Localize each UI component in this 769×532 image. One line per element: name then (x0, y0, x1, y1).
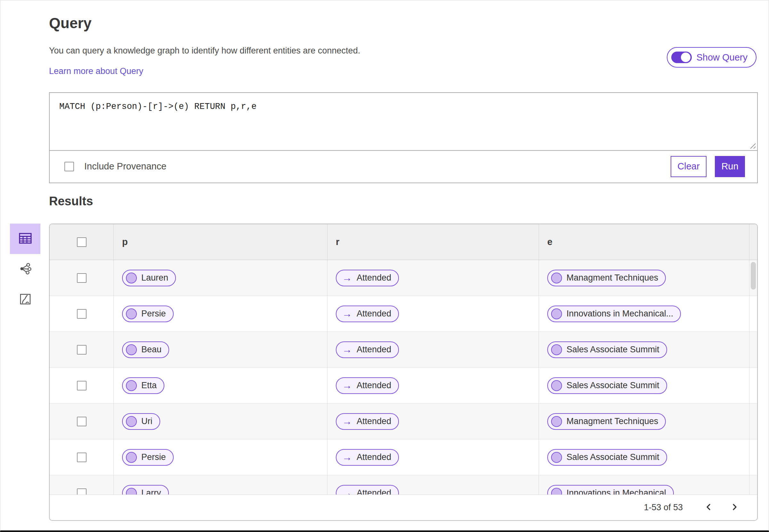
share-network-icon (19, 262, 32, 276)
query-input[interactable]: MATCH (p:Person)-[r]->(e) RETURN p,r,e (50, 93, 757, 150)
learn-more-link[interactable]: Learn more about Query (49, 66, 143, 76)
relation-pill[interactable]: →Attended (336, 449, 399, 466)
table-body: Lauren →Attended Managment Techniques Pe… (50, 260, 757, 511)
pill-label: Beau (141, 345, 161, 355)
table-row: Uri →Attended Managment Techniques (50, 404, 757, 439)
node-pill[interactable]: Sales Associate Summit (547, 377, 667, 394)
previous-page-button[interactable] (701, 500, 716, 515)
node-pill[interactable]: Persie (122, 449, 174, 466)
cell-r: →Attended (327, 404, 539, 439)
column-label: r (336, 237, 339, 247)
node-pill[interactable]: Sales Associate Summit (547, 341, 667, 358)
page-description: You can query a knowledge graph to ident… (49, 46, 360, 56)
node-icon (551, 308, 562, 319)
results-table: p r e Lauren →Attended Managment Techniq… (49, 224, 758, 521)
header-scroll-gutter (749, 224, 758, 260)
node-pill[interactable]: Sales Associate Summit (547, 449, 667, 466)
row-checkbox[interactable] (77, 309, 86, 319)
chart-view-button[interactable] (10, 284, 40, 315)
row-select-cell (50, 439, 113, 475)
pill-label: Attended (356, 309, 391, 319)
network-view-button[interactable] (10, 254, 40, 284)
relation-pill[interactable]: →Attended (336, 306, 399, 322)
cell-r: →Attended (327, 368, 539, 403)
page-title: Query (49, 14, 92, 32)
row-select-cell (50, 404, 113, 439)
cell-e: Sales Associate Summit (539, 368, 749, 403)
cell-p: Lauren (113, 260, 327, 296)
row-checkbox[interactable] (77, 273, 86, 283)
node-icon (126, 416, 137, 427)
row-scroll-gutter (749, 439, 758, 475)
row-checkbox[interactable] (77, 381, 86, 390)
arrow-right-icon: → (342, 273, 352, 283)
results-title: Results (49, 194, 93, 208)
relation-pill[interactable]: →Attended (336, 377, 399, 394)
table-view-button[interactable] (10, 224, 40, 254)
toggle-knob (681, 53, 691, 62)
query-page: Query You can query a knowledge graph to… (0, 0, 769, 532)
cell-r: →Attended (327, 296, 539, 331)
node-pill[interactable]: Uri (122, 413, 160, 430)
pagination-bar: 1-53 of 53 (50, 495, 757, 520)
row-checkbox[interactable] (77, 453, 86, 462)
include-provenance-checkbox[interactable] (64, 162, 74, 171)
arrow-right-icon: → (342, 345, 352, 355)
node-pill[interactable]: Etta (122, 377, 164, 394)
row-scroll-gutter (749, 296, 758, 331)
table-row: Persie →Attended Sales Associate Summit (50, 439, 757, 475)
table-row: Beau →Attended Sales Associate Summit (50, 332, 757, 368)
column-label: p (122, 237, 128, 247)
cell-e: Managment Techniques (539, 260, 749, 296)
node-icon (551, 452, 562, 463)
row-select-cell (50, 260, 113, 296)
table-header-row: p r e (50, 224, 757, 260)
pill-label: Uri (141, 416, 152, 426)
node-pill[interactable]: Managment Techniques (547, 413, 666, 430)
next-page-button[interactable] (727, 500, 742, 515)
relation-pill[interactable]: →Attended (336, 341, 399, 358)
pill-label: Innovations in Mechanical... (567, 309, 673, 319)
header-cell-r: r (327, 224, 539, 260)
clear-button[interactable]: Clear (671, 156, 707, 177)
node-icon (126, 380, 137, 391)
node-icon (551, 416, 562, 427)
node-icon (551, 380, 562, 391)
relation-pill[interactable]: →Attended (336, 270, 399, 286)
node-pill[interactable]: Beau (122, 341, 169, 358)
cell-e: Managment Techniques (539, 404, 749, 439)
show-query-toggle-group[interactable]: Show Query (667, 47, 757, 68)
pill-label: Attended (356, 273, 391, 283)
show-query-label: Show Query (696, 52, 748, 63)
toggle-switch-icon[interactable] (671, 52, 692, 63)
select-all-checkbox[interactable] (77, 237, 86, 247)
table-row: Persie →Attended Innovations in Mechanic… (50, 296, 757, 332)
run-button[interactable]: Run (715, 156, 745, 177)
row-scroll-gutter (749, 368, 758, 403)
table-grid-icon (17, 230, 33, 247)
row-checkbox[interactable] (77, 417, 86, 426)
node-icon (551, 344, 562, 355)
row-checkbox[interactable] (77, 345, 86, 355)
node-icon (551, 273, 562, 283)
node-pill[interactable]: Lauren (122, 270, 176, 286)
node-pill[interactable]: Managment Techniques (547, 270, 666, 286)
header-cell-p: p (113, 224, 327, 260)
column-label: e (547, 237, 552, 247)
view-switcher (10, 224, 40, 315)
pill-label: Persie (141, 309, 166, 319)
pill-label: Attended (356, 416, 391, 426)
chevron-left-icon (704, 503, 713, 512)
cell-r: →Attended (327, 439, 539, 475)
cell-p: Persie (113, 439, 327, 475)
node-pill[interactable]: Persie (122, 306, 174, 322)
node-pill[interactable]: Innovations in Mechanical... (547, 306, 681, 322)
pill-label: Sales Associate Summit (567, 381, 659, 390)
cell-e: Innovations in Mechanical... (539, 296, 749, 331)
row-scroll-gutter (749, 332, 758, 367)
query-panel: MATCH (p:Person)-[r]->(e) RETURN p,r,e I… (49, 92, 758, 183)
relation-pill[interactable]: →Attended (336, 413, 399, 430)
table-scrollbar-thumb[interactable] (751, 262, 756, 290)
header-cell-e: e (539, 224, 749, 260)
cell-p: Persie (113, 296, 327, 331)
